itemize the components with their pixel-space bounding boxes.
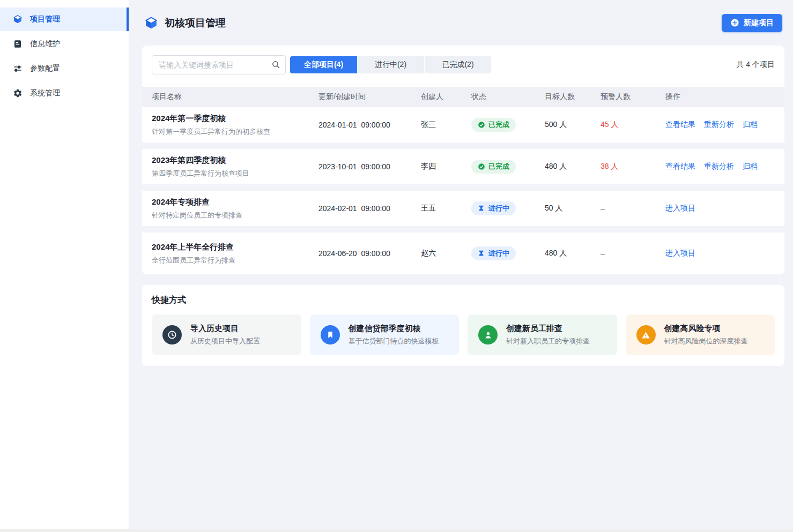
list-toolbar: 全部项目(4) 进行中(2) 已完成(2) 共 4 个项目 [142, 55, 784, 74]
col-update-time: 更新/创建时间 [318, 92, 421, 102]
archive-link[interactable]: 归档 [743, 120, 758, 130]
hourglass-icon [478, 250, 485, 257]
sidebar-item-project-management[interactable]: 项目管理 [0, 8, 129, 31]
plus-circle-icon [730, 18, 739, 27]
warning-count: – [601, 204, 665, 213]
shortcut-desc: 针对高风险岗位的深度排查 [664, 336, 748, 346]
shortcut-desc: 基于信贷部门特点的快速模板 [349, 336, 439, 346]
shortcut-create-highrisk-special[interactable]: 创建高风险专项 针对高风险岗位的深度排查 [626, 314, 775, 355]
cube-icon [144, 16, 158, 30]
document-icon [13, 39, 23, 49]
project-description: 针对第一季度员工异常行为的初步核查 [152, 127, 318, 137]
shortcut-create-newstaff-check[interactable]: 创建新员工排查 针对新入职员工的专项排查 [468, 314, 617, 355]
hourglass-icon [478, 205, 485, 212]
warning-triangle-icon [636, 325, 656, 344]
sliders-icon [13, 64, 23, 73]
col-actions: 操作 [665, 92, 775, 102]
project-time: 2024-06-20 09:00:00 [318, 249, 421, 258]
project-name: 2023年第四季度初核 [152, 155, 318, 166]
sidebar-item-info-maintenance[interactable]: 信息维护 [0, 32, 129, 56]
project-description: 全行范围员工异常行为排查 [152, 256, 318, 265]
shortcut-import-history[interactable]: 导入历史项目 从历史项目中导入配置 [152, 314, 301, 355]
search-icon[interactable] [271, 60, 280, 69]
shortcuts-card: 快捷方式 导入历史项目 从历史项目中导入配置 创建 [142, 285, 784, 366]
sidebar-item-label: 系统管理 [30, 88, 60, 98]
clock-icon [162, 325, 182, 344]
tab-all-projects[interactable]: 全部项目(4) [290, 56, 357, 73]
total-count: 共 4 个项目 [736, 60, 775, 70]
table-row: 2024年上半年全行排查 全行范围员工异常行为排查 2024-06-20 09:… [142, 233, 784, 274]
main-content: 初核项目管理 新建项目 全部项目(4) [129, 0, 793, 529]
status-badge: 进行中 [471, 246, 516, 260]
search-box [152, 55, 286, 74]
warning-count: 45 人 [601, 120, 665, 130]
col-creator: 创建人 [421, 92, 471, 102]
shortcut-desc: 从历史项目中导入配置 [190, 336, 260, 346]
table-row: 2023年第四季度初核 第四季度员工异常行为核查项目 2023-10-01 09… [142, 149, 784, 191]
cube-icon [13, 14, 23, 24]
project-name: 2024年第一季度初核 [152, 114, 318, 124]
sidebar-item-label: 项目管理 [30, 14, 60, 24]
project-creator: 王五 [421, 204, 471, 213]
project-creator: 张三 [421, 120, 471, 130]
shortcut-title: 创建信贷部季度初核 [349, 324, 439, 334]
status-badge: 已完成 [471, 160, 516, 174]
project-name: 2024年上半年全行排查 [152, 242, 318, 252]
sidebar-item-label: 参数配置 [30, 64, 60, 73]
target-count: 480 人 [545, 249, 601, 258]
sidebar: 项目管理 信息维护 参数配置 系统管理 [0, 0, 129, 529]
tab-in-progress[interactable]: 进行中(2) [357, 56, 424, 73]
shortcuts-title: 快捷方式 [152, 295, 775, 306]
warning-count: 38 人 [601, 162, 665, 171]
reanalyze-link[interactable]: 重新分析 [704, 162, 734, 171]
col-target-count: 目标人数 [545, 92, 601, 102]
app-root: 项目管理 信息维护 参数配置 系统管理 [0, 0, 793, 529]
shortcut-title: 创建新员工排查 [506, 324, 590, 334]
sidebar-item-system-management[interactable]: 系统管理 [0, 81, 129, 105]
gear-icon [13, 88, 23, 98]
project-description: 第四季度员工异常行为核查项目 [152, 169, 318, 178]
sidebar-item-label: 信息维护 [30, 39, 60, 49]
page-header: 初核项目管理 新建项目 [129, 0, 793, 46]
project-creator: 赵六 [421, 249, 471, 258]
shortcut-create-credit-review[interactable]: 创建信贷部季度初核 基于信贷部门特点的快速模板 [310, 314, 460, 355]
target-count: 50 人 [545, 204, 601, 213]
search-input[interactable] [152, 55, 286, 74]
warning-count: – [601, 249, 665, 258]
archive-link[interactable]: 归档 [743, 162, 758, 171]
user-icon [478, 325, 498, 344]
enter-project-link[interactable]: 进入项目 [665, 249, 695, 258]
bookmark-icon [321, 325, 340, 344]
status-badge: 进行中 [471, 201, 516, 215]
view-results-link[interactable]: 查看结果 [665, 120, 695, 130]
check-circle-icon [478, 121, 485, 129]
project-time: 2024-01-01 09:00:00 [318, 121, 421, 129]
shortcut-title: 创建高风险专项 [664, 324, 748, 334]
shortcut-desc: 针对新入职员工的专项排查 [506, 336, 590, 346]
project-creator: 李四 [421, 162, 471, 171]
target-count: 500 人 [545, 120, 601, 130]
table-row: 2024年第一季度初核 针对第一季度员工异常行为的初步核查 2024-01-01… [142, 107, 784, 149]
project-name: 2024年专项排查 [152, 197, 318, 207]
shortcut-title: 导入历史项目 [190, 324, 260, 334]
sidebar-item-parameter-config[interactable]: 参数配置 [0, 57, 129, 80]
table-header: 项目名称 更新/创建时间 创建人 状态 目标人数 预警人数 操作 [142, 87, 784, 107]
view-results-link[interactable]: 查看结果 [665, 162, 695, 171]
status-badge: 已完成 [471, 118, 516, 132]
check-circle-icon [478, 163, 485, 170]
project-list-card: 全部项目(4) 进行中(2) 已完成(2) 共 4 个项目 项目名称 更新/创建… [142, 46, 784, 274]
page-title: 初核项目管理 [165, 16, 226, 30]
enter-project-link[interactable]: 进入项目 [665, 204, 695, 213]
project-time: 2023-10-01 09:00:00 [318, 162, 421, 171]
reanalyze-link[interactable]: 重新分析 [704, 120, 734, 130]
filter-tabs: 全部项目(4) 进行中(2) 已完成(2) [290, 56, 491, 73]
col-project-name: 项目名称 [152, 92, 318, 102]
table-row: 2024年专项排查 针对特定岗位员工的专项排查 2024-02-01 09:00… [142, 191, 784, 233]
project-time: 2024-02-01 09:00:00 [318, 204, 421, 213]
col-warning-count: 预警人数 [601, 92, 665, 102]
new-project-button[interactable]: 新建项目 [722, 14, 782, 32]
tab-completed[interactable]: 已完成(2) [424, 56, 491, 73]
project-description: 针对特定岗位员工的专项排查 [152, 211, 318, 220]
col-status: 状态 [471, 92, 545, 102]
target-count: 480 人 [545, 162, 601, 171]
